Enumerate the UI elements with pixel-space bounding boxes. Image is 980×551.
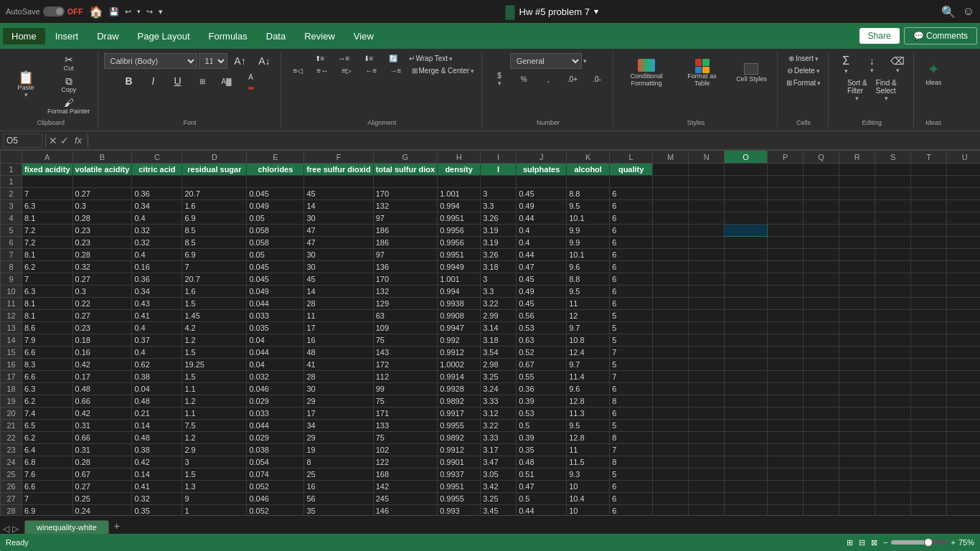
cell-D14[interactable]: 1.2	[182, 334, 247, 347]
cell-L7[interactable]: 6	[610, 249, 653, 261]
cell-H6[interactable]: 0.9956	[438, 237, 481, 249]
cell-A6[interactable]: 7.2	[22, 237, 73, 249]
cell-P20[interactable]	[768, 408, 804, 420]
cell-I4[interactable]: 3.26	[481, 212, 517, 225]
cell-I1[interactable]	[481, 176, 517, 188]
cell-N26[interactable]	[689, 481, 725, 493]
cell-O13[interactable]	[725, 322, 768, 334]
cell-M19[interactable]	[653, 395, 689, 408]
cell-M10[interactable]	[653, 286, 689, 298]
cut-button[interactable]: ✂ Cut	[44, 53, 93, 73]
cell-M3[interactable]	[653, 200, 689, 212]
cell-D13[interactable]: 4.2	[182, 322, 247, 334]
cell-S1[interactable]	[875, 176, 911, 188]
cell-L11[interactable]: 6	[610, 298, 653, 310]
cell-F20[interactable]: 17	[304, 408, 373, 420]
cell-G9[interactable]: 170	[373, 273, 438, 286]
cell-H12[interactable]: 0.9908	[438, 310, 481, 322]
cell-M22[interactable]	[653, 432, 689, 444]
cell-E4[interactable]: 0.05	[247, 212, 304, 225]
cell-N14[interactable]	[689, 334, 725, 347]
cell-B10[interactable]: 0.3	[72, 286, 132, 298]
cell-G15[interactable]: 143	[373, 347, 438, 359]
cell-F4[interactable]: 30	[304, 212, 373, 225]
cell-M14[interactable]	[653, 334, 689, 347]
cell-B28[interactable]: 0.24	[72, 505, 132, 516]
cell-Q18[interactable]	[804, 383, 839, 395]
cell-N4[interactable]	[689, 212, 725, 225]
cell-S23[interactable]	[875, 444, 911, 456]
cell-P8[interactable]	[768, 261, 804, 273]
cell-Q14[interactable]	[804, 334, 839, 347]
cell-E11[interactable]: 0.044	[247, 298, 304, 310]
cell-U13[interactable]	[947, 322, 980, 334]
cell-R19[interactable]	[839, 395, 875, 408]
cell-T10[interactable]	[911, 286, 947, 298]
col-header-J[interactable]: J	[517, 151, 567, 164]
cell-E25[interactable]: 0.074	[247, 468, 304, 481]
cell-S7[interactable]	[875, 249, 911, 261]
col-header-R[interactable]: R	[839, 151, 875, 164]
menu-view[interactable]: View	[345, 28, 382, 44]
cell-O6[interactable]	[725, 237, 768, 249]
cell-K23[interactable]: 11	[567, 444, 610, 456]
cell-K14[interactable]: 10.8	[567, 334, 610, 347]
cell-O10[interactable]	[725, 286, 768, 298]
cell-K28[interactable]: 10	[567, 505, 610, 516]
cell-H21[interactable]: 0.9955	[438, 420, 481, 432]
cell-A23[interactable]: 6.4	[22, 444, 73, 456]
cell-D4[interactable]: 6.9	[182, 212, 247, 225]
cell-O11[interactable]	[725, 298, 768, 310]
cell-D17[interactable]: 1.5	[182, 371, 247, 383]
save-icon[interactable]: 💾	[109, 7, 119, 17]
cell-H13[interactable]: 0.9947	[438, 322, 481, 334]
cell-D8[interactable]: 7	[182, 261, 247, 273]
cell-M28[interactable]	[653, 505, 689, 516]
cell-Q12[interactable]	[804, 310, 839, 322]
cell-E24[interactable]: 0.054	[247, 456, 304, 468]
cell-U18[interactable]	[947, 383, 980, 395]
cell-Q2[interactable]	[804, 188, 839, 200]
cell-D1[interactable]: residual sugar	[182, 164, 247, 176]
cell-I26[interactable]: 3.42	[481, 481, 517, 493]
cell-G4[interactable]: 97	[373, 212, 438, 225]
cell-D12[interactable]: 1.45	[182, 310, 247, 322]
cell-S15[interactable]	[875, 347, 911, 359]
cell-F26[interactable]: 16	[304, 481, 373, 493]
cell-U2[interactable]	[947, 188, 980, 200]
cell-N20[interactable]	[689, 408, 725, 420]
cell-N1[interactable]	[689, 164, 725, 176]
cell-G18[interactable]: 99	[373, 383, 438, 395]
sheet-scroll[interactable]: ABCDEFGHIJKLMNOPQRSTUVWXYZAAABAC 1fixed …	[0, 150, 980, 515]
cell-C1[interactable]: citric acid	[132, 164, 182, 176]
cell-I27[interactable]: 3.25	[481, 493, 517, 505]
cell-U6[interactable]	[947, 237, 980, 249]
cell-C20[interactable]: 0.21	[132, 408, 182, 420]
cell-B23[interactable]: 0.31	[72, 444, 132, 456]
cell-Q13[interactable]	[804, 322, 839, 334]
cell-R22[interactable]	[839, 432, 875, 444]
cell-I25[interactable]: 3.05	[481, 468, 517, 481]
cell-T2[interactable]	[911, 188, 947, 200]
align-center-button[interactable]: ≡↔	[311, 65, 334, 76]
cell-D27[interactable]: 9	[182, 493, 247, 505]
cell-R11[interactable]	[839, 298, 875, 310]
cell-N18[interactable]	[689, 383, 725, 395]
wrap-text-button[interactable]: ↵ Wrap Text ▾	[406, 53, 456, 64]
indent-increase-button[interactable]: →≡	[385, 65, 407, 76]
formula-confirm-icon[interactable]: ✓	[60, 135, 69, 146]
conditional-formatting-button[interactable]: Conditional Formatting	[619, 53, 674, 93]
format-cells-button[interactable]: ⊞ Format ▾	[783, 77, 824, 88]
cell-N15[interactable]	[689, 347, 725, 359]
cell-T16[interactable]	[911, 359, 947, 371]
cell-U26[interactable]	[947, 481, 980, 493]
cell-P12[interactable]	[768, 310, 804, 322]
cell-M9[interactable]	[653, 273, 689, 286]
cell-B17[interactable]: 0.17	[72, 371, 132, 383]
cell-O14[interactable]	[725, 334, 768, 347]
cell-O22[interactable]	[725, 432, 768, 444]
cell-U15[interactable]	[947, 347, 980, 359]
sheet-tab-winequality-white[interactable]: winequality-white	[24, 520, 109, 534]
col-header-H[interactable]: H	[438, 151, 481, 164]
undo-icon[interactable]: ↩	[125, 7, 131, 17]
